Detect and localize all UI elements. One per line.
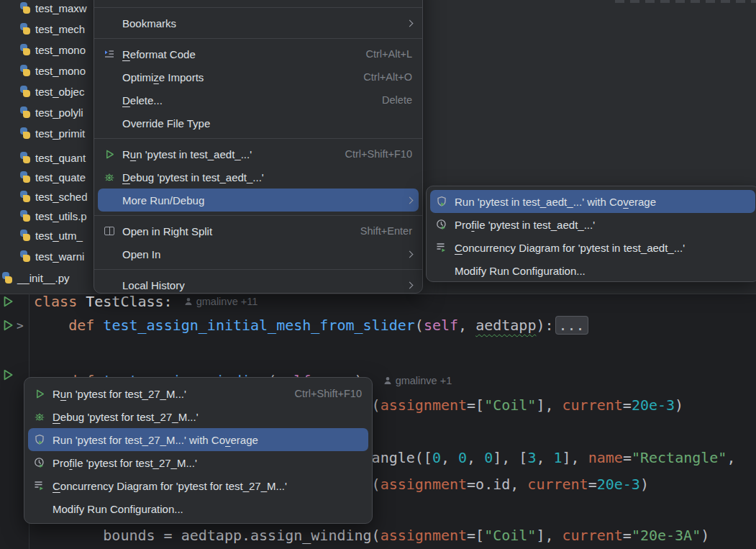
run-menu-item-profile[interactable]: Profile 'pytest for test_27_M...' — [24, 451, 372, 474]
more-run-debug-submenu: Run 'pytest in test_aedt_...' with Cover… — [426, 186, 756, 282]
chevron-right-icon — [406, 19, 414, 27]
shortcut-label: Shift+Enter — [340, 225, 412, 237]
submenu-item-concurrency-diagram[interactable]: Concurrency Diagram for 'pytest in test_… — [427, 236, 756, 259]
split-vertically-icon — [103, 224, 116, 237]
chevron-right-icon — [406, 196, 414, 204]
menu-item-open-in[interactable]: Open In — [94, 242, 422, 266]
python-file-icon — [19, 65, 31, 76]
run-menu-item-concurrency-diagram[interactable]: Concurrency Diagram for 'pytest for test… — [24, 474, 372, 497]
shortcut-label: Ctrl+Alt+O — [343, 71, 412, 83]
menu-separator — [94, 7, 422, 8]
vcs-author-annotation: gmalinve +11 — [184, 296, 258, 307]
run-menu-item-run[interactable]: Run 'pytest for test_27_M...' Ctrl+Shift… — [24, 382, 372, 405]
run-test-gutter-icon[interactable] — [1, 295, 14, 308]
concurrency-diagram-icon — [33, 479, 46, 492]
menu-separator — [94, 138, 422, 139]
python-file-icon — [19, 44, 31, 55]
context-menu: Refactor Bookmarks Reformat Code Ctrl+Al… — [94, 0, 423, 294]
menu-item-reformat-code[interactable]: Reformat Code Ctrl+Alt+L — [94, 42, 422, 65]
tree-item[interactable]: test_mech — [19, 19, 85, 38]
shortcut-label: Ctrl+Shift+F10 — [325, 148, 413, 160]
python-file-icon — [19, 250, 31, 262]
debug-icon — [103, 171, 116, 183]
menu-separator — [94, 269, 422, 270]
run-test-gutter-icon[interactable] — [1, 319, 14, 332]
menu-item-override-file-type[interactable]: Override File Type — [94, 112, 422, 135]
tree-item[interactable]: test_sched — [19, 187, 88, 206]
python-file-icon — [19, 152, 31, 163]
coverage-icon — [33, 433, 46, 446]
submenu-item-modify-run-configuration[interactable]: Modify Run Configuration... — [427, 259, 756, 282]
profiler-icon — [435, 218, 448, 231]
run-menu-item-debug[interactable]: Debug 'pytest for test_27_M...' — [24, 405, 372, 428]
menu-item-debug-pytest[interactable]: Debug 'pytest in test_aedt_...' — [94, 165, 422, 189]
concurrency-diagram-icon — [435, 241, 448, 254]
project-file-tree: test_maxw test_mech test_mono test_mono … — [0, 0, 94, 294]
menu-item-refactor[interactable]: Refactor — [94, 0, 422, 4]
clipped-top-text — [615, 0, 756, 3]
shortcut-label: Delete — [362, 94, 412, 106]
editor-run-menu: Run 'pytest for test_27_M...' Ctrl+Shift… — [24, 377, 373, 524]
menu-item-open-right-split[interactable]: Open in Right Split Shift+Enter — [94, 219, 422, 242]
shortcut-label: Ctrl+Alt+L — [346, 48, 412, 60]
tree-item-init[interactable]: __init__.py — [1, 268, 70, 287]
code-line-class: class TestClass:gmalinve +11 — [34, 291, 258, 312]
person-icon — [383, 376, 392, 385]
debug-icon — [33, 410, 46, 423]
menu-item-optimize-imports[interactable]: Optimize ImportsCtrl+Alt+O — [94, 65, 422, 89]
python-file-icon — [19, 23, 31, 35]
python-file-icon — [19, 86, 31, 97]
code-line-assign-winding-coil2: bounds = aedtapp.assign_winding(assignme… — [34, 525, 709, 545]
tree-item[interactable]: test_mono — [19, 61, 86, 80]
tree-item[interactable]: test_quate — [19, 168, 86, 186]
python-file-icon — [19, 210, 31, 222]
tree-item[interactable]: test_mono — [19, 40, 86, 59]
python-file-icon — [19, 230, 31, 241]
python-file-icon — [19, 2, 31, 14]
menu-item-more-run-debug[interactable]: More Run/Debug — [98, 189, 419, 212]
python-file-icon — [19, 171, 31, 183]
run-menu-item-run-with-coverage[interactable]: Run 'pytest for test_27_M...' with Cover… — [28, 428, 368, 451]
run-test-gutter-icon[interactable] — [1, 368, 14, 381]
tree-item[interactable]: test_primit — [19, 124, 85, 142]
menu-separator — [94, 38, 422, 39]
tree-item[interactable]: test_warni — [19, 247, 84, 266]
tree-item[interactable]: test_utm_ — [19, 226, 83, 245]
run-icon — [33, 387, 46, 400]
tree-item[interactable]: test_quant — [19, 148, 86, 167]
fold-chevron-icon[interactable]: > — [17, 319, 24, 332]
menu-item-delete[interactable]: Delete...Delete — [94, 89, 422, 112]
tree-item[interactable]: test_maxw — [19, 0, 87, 17]
menu-separator — [94, 215, 422, 216]
coverage-icon — [435, 195, 448, 208]
tree-item[interactable]: test_objec — [19, 82, 84, 101]
python-file-icon — [19, 127, 31, 139]
submenu-item-run-with-coverage[interactable]: Run 'pytest in test_aedt_...' with Cover… — [430, 190, 755, 213]
menu-item-bookmarks[interactable]: Bookmarks — [94, 12, 422, 35]
run-icon — [103, 148, 116, 160]
shortcut-label: Ctrl+Shift+F10 — [275, 388, 363, 399]
person-icon — [184, 297, 193, 306]
profiler-icon — [33, 456, 46, 469]
reformat-code-icon — [103, 47, 116, 60]
code-line-def-slider: def test_assign_initial_mesh_from_slider… — [34, 315, 588, 335]
python-file-icon — [19, 106, 31, 118]
menu-item-run-pytest[interactable]: Run 'pytest in test_aedt_...' Ctrl+Shift… — [94, 142, 422, 165]
run-menu-item-modify-run-configuration[interactable]: Modify Run Configuration... — [24, 497, 372, 520]
submenu-item-profile[interactable]: Profile 'pytest in test_aedt_...' — [427, 213, 756, 236]
tree-item[interactable]: test_polyli — [19, 103, 83, 122]
chevron-right-icon — [406, 281, 414, 289]
python-file-icon — [1, 272, 13, 283]
tree-item[interactable]: test_utils.p — [19, 207, 87, 225]
menu-item-local-history[interactable]: Local History — [94, 273, 422, 294]
python-file-icon — [19, 191, 31, 202]
chevron-right-icon — [406, 250, 414, 258]
vcs-author-annotation: gmalinve +1 — [383, 375, 452, 386]
